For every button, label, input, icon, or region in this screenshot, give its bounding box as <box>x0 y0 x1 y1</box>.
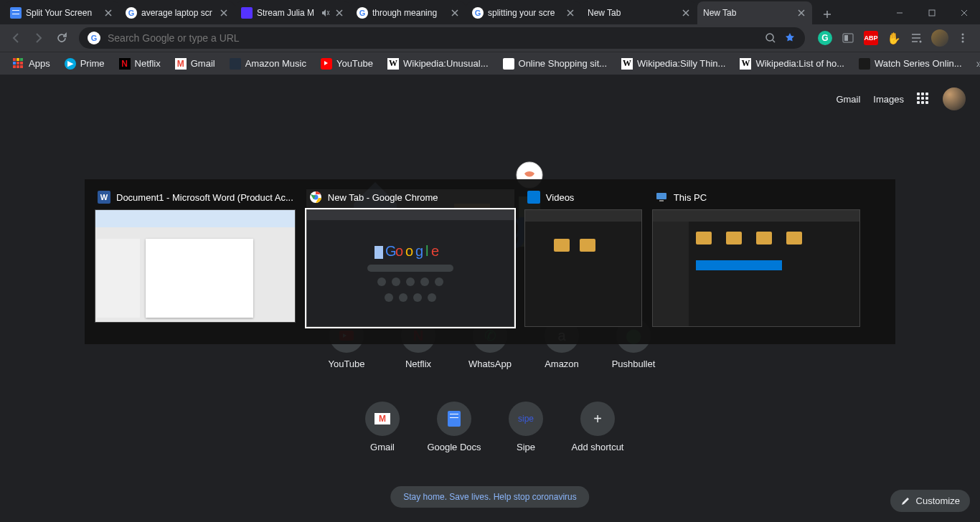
alttab-thumbnail: Google <box>306 209 514 327</box>
bookmarks-bar: Apps ▶Prime NNetflix Gmail Amazon Music … <box>0 52 980 75</box>
customize-label: Customize <box>916 495 960 506</box>
add-shortcut-button[interactable]: +Add shortcut <box>562 402 633 452</box>
chrome-menu-icon[interactable] <box>957 32 969 44</box>
shortcut-google-docs[interactable]: Google Docs <box>418 402 490 452</box>
omnibox[interactable]: G <box>79 27 805 49</box>
alttab-item-chrome[interactable]: New Tab - Google Chrome Google <box>306 189 514 327</box>
shortcut-label: Sipe <box>517 442 535 452</box>
bookmark-gmail[interactable]: Gmail <box>169 55 221 72</box>
google-apps-icon[interactable] <box>917 92 930 105</box>
shortcut-sipe[interactable]: sipeSipe <box>490 402 562 452</box>
bookmark-wiki-unusual[interactable]: WWikipedia:Unusual... <box>382 55 494 72</box>
svg-text:o: o <box>405 243 413 259</box>
tab-5[interactable]: New Tab <box>582 1 697 24</box>
alttab-item-thispc[interactable]: This PC <box>652 189 860 327</box>
google-icon: G <box>472 7 484 19</box>
bookmarks-overflow-button[interactable]: » <box>971 57 980 70</box>
amazon-icon <box>503 58 514 70</box>
close-window-button[interactable] <box>948 1 980 24</box>
address-input[interactable] <box>108 32 758 44</box>
grammarly-ext-icon[interactable]: G <box>818 31 832 45</box>
shortcut-label: Google Docs <box>427 442 481 452</box>
images-link[interactable]: Images <box>873 94 904 105</box>
close-icon[interactable] <box>103 8 113 18</box>
bookmark-label: Gmail <box>191 58 215 69</box>
gmail-link[interactable]: Gmail <box>836 94 860 105</box>
forward-button[interactable] <box>29 28 49 48</box>
bookmark-amazon-music[interactable]: Amazon Music <box>224 55 312 72</box>
close-icon[interactable] <box>681 8 691 18</box>
shortcuts-row-2: Gmail Google Docs sipeSipe +Add shortcut <box>347 402 633 452</box>
bookmark-star-icon[interactable] <box>783 32 796 44</box>
back-button[interactable] <box>6 28 26 48</box>
close-icon[interactable] <box>450 8 460 18</box>
shortcut-label: Amazon <box>545 359 579 369</box>
profile-avatar[interactable] <box>931 29 948 47</box>
top-links: Gmail Images <box>836 87 966 110</box>
gmail-icon <box>374 413 390 424</box>
maximize-button[interactable] <box>915 1 948 24</box>
bookmark-label: Wikipedia:List of ho... <box>755 58 844 69</box>
close-icon[interactable] <box>334 8 344 18</box>
bookmark-wiki-silly[interactable]: WWikipedia:Silly Thin... <box>616 55 731 72</box>
tab-title: New Tab <box>703 8 792 18</box>
close-icon[interactable] <box>796 8 806 18</box>
bookmark-prime[interactable]: ▶Prime <box>59 55 110 72</box>
abp-ext-icon[interactable]: ABP <box>864 31 878 45</box>
svg-point-7 <box>962 41 964 43</box>
extension-icons: G ABP ✋ <box>812 29 974 47</box>
alttab-item-videos[interactable]: Videos <box>524 189 642 327</box>
watchseries-icon <box>859 58 870 70</box>
bookmark-watchseries[interactable]: Watch Series Onlin... <box>853 55 968 72</box>
covid-banner[interactable]: Stay home. Save lives. Help stop coronav… <box>390 486 589 508</box>
bookmark-label: Wikipedia:Silly Thin... <box>637 58 725 69</box>
shortcut-gmail[interactable]: Gmail <box>347 402 418 452</box>
reader-ext-icon[interactable] <box>841 31 855 45</box>
account-avatar[interactable] <box>943 87 966 110</box>
bookmark-netflix[interactable]: NNetflix <box>113 55 166 72</box>
tab-title: average laptop scr <box>141 8 215 18</box>
svg-point-5 <box>962 34 964 36</box>
svg-text:e: e <box>431 243 439 259</box>
bookmark-wiki-list[interactable]: WWikipedia:List of ho... <box>734 55 850 72</box>
minimize-button[interactable] <box>883 1 915 24</box>
bookmark-label: Apps <box>29 58 50 69</box>
bookmark-label: Netflix <box>135 58 161 69</box>
reload-button[interactable] <box>52 28 72 48</box>
alttab-item-word[interactable]: WDocument1 - Microsoft Word (Product Ac.… <box>95 189 296 323</box>
shortcut-label: Pushbullet <box>612 359 656 369</box>
word-icon: W <box>98 191 110 204</box>
svg-point-6 <box>962 37 964 39</box>
tab-1[interactable]: G average laptop scr <box>120 1 235 24</box>
bookmark-shopping[interactable]: Online Shopping sit... <box>497 55 613 72</box>
prime-icon: ▶ <box>65 58 76 70</box>
tab-4[interactable]: G splitting your scre <box>466 1 581 24</box>
tab-0[interactable]: Split Your Screen <box>4 1 119 24</box>
bookmark-youtube[interactable]: YouTube <box>315 55 379 72</box>
audio-muted-icon[interactable] <box>320 8 330 18</box>
gmail-icon <box>175 58 187 70</box>
tab-2[interactable]: Stream Julia M <box>235 1 350 24</box>
close-icon[interactable] <box>565 8 575 18</box>
bookmark-label: Prime <box>80 58 105 69</box>
docs-icon <box>10 7 22 19</box>
google-icon: G <box>357 7 368 19</box>
svg-text:l: l <box>425 243 428 259</box>
customize-button[interactable]: Customize <box>890 490 970 512</box>
svg-rect-26 <box>656 193 666 199</box>
tab-3[interactable]: G through meaning <box>351 1 466 24</box>
tab-6-active[interactable]: New Tab <box>697 1 812 24</box>
svg-rect-3 <box>844 35 848 41</box>
docs-icon <box>448 411 461 427</box>
new-tab-button[interactable] <box>817 4 837 24</box>
media-hub-icon[interactable] <box>910 32 923 44</box>
bookmark-label: Amazon Music <box>245 58 306 69</box>
close-icon[interactable] <box>219 8 229 18</box>
wikipedia-icon: W <box>387 58 399 70</box>
svg-rect-19 <box>374 246 383 259</box>
tab-title: through meaning <box>372 8 446 18</box>
gesture-ext-icon[interactable]: ✋ <box>887 31 901 45</box>
bookmark-apps[interactable]: Apps <box>7 55 56 72</box>
svg-rect-27 <box>659 200 664 201</box>
search-icon[interactable] <box>765 32 776 44</box>
